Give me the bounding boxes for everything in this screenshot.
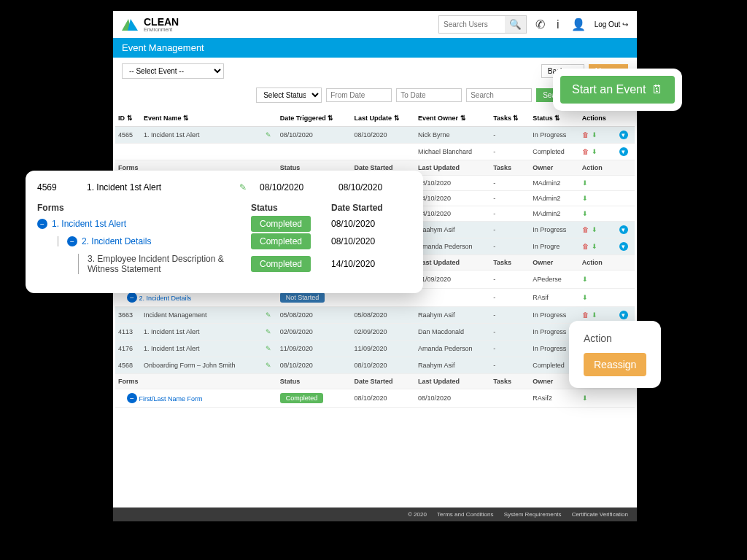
edit-icon[interactable]: ✎	[266, 131, 271, 139]
detail-form-row: − 2. Incident DetailsCompleted08/10/2020	[37, 236, 411, 246]
brand-sub: Environment	[144, 27, 179, 32]
download-icon[interactable]: ⬇	[592, 226, 597, 233]
info-icon[interactable]: i	[554, 18, 562, 31]
status-badge: Not Started	[280, 292, 325, 303]
logo-mark-icon	[122, 19, 141, 31]
table-row: Michael Blanchard-Completed🗑⬇▾	[115, 144, 635, 160]
col-tasks[interactable]: Tasks ⇅	[490, 110, 530, 127]
table-row: 4568Onboarding Form – John Smith✎08/10/2…	[115, 357, 635, 374]
collapse-icon[interactable]: −	[127, 292, 137, 303]
table-row: 41761. Incident 1st Alert✎11/09/202011/0…	[115, 341, 635, 357]
status-badge: Completed	[251, 233, 311, 249]
download-icon[interactable]: ⬇	[582, 394, 588, 402]
select-status[interactable]: Select Status	[256, 88, 322, 103]
delete-icon[interactable]: 🗑	[582, 311, 589, 319]
download-icon[interactable]: ⬇	[582, 210, 588, 217]
detail-form-date: 14/10/2020	[331, 259, 411, 269]
user-icon[interactable]: 👤	[568, 18, 589, 31]
start-event-button[interactable]: Start an Event🗓	[560, 76, 675, 104]
expand-icon[interactable]: ▾	[619, 147, 628, 156]
table-row: 3663Incident Management✎05/08/202005/08/…	[115, 307, 635, 324]
download-icon[interactable]: ⬇	[582, 294, 588, 301]
col-updated[interactable]: Last Update ⇅	[352, 110, 415, 127]
calendar-icon: 🗓	[651, 83, 663, 96]
start-event-popout: Start an Event🗓	[553, 69, 682, 111]
page-title: Event Management	[113, 38, 637, 58]
download-icon[interactable]: ⬇	[592, 243, 597, 250]
download-icon[interactable]: ⬇	[582, 195, 588, 202]
edit-icon[interactable]: ✎	[266, 311, 271, 319]
form-row: − First/Last Name FormCompleted08/10/202…	[115, 389, 635, 408]
col-owner[interactable]: Event Owner ⇅	[415, 110, 490, 127]
footer-terms[interactable]: Terms and Conditions	[437, 511, 493, 518]
detail-popout: 4569 1. Incident 1st Alert ✎ 08/10/2020 …	[26, 171, 423, 293]
user-search-input[interactable]	[439, 18, 505, 31]
status-badge: Completed	[251, 216, 311, 232]
table-row: 45651. Incident 1st Alert✎08/10/202008/1…	[115, 127, 635, 144]
table-header: ID ⇅ Event Name ⇅ Date Triggered ⇅ Last …	[115, 110, 635, 127]
detail-d2: 08/10/2020	[338, 182, 411, 192]
edit-icon[interactable]: ✎	[239, 182, 254, 192]
phone-icon[interactable]: ✆	[533, 18, 548, 31]
delete-icon[interactable]: 🗑	[582, 226, 589, 233]
delete-icon[interactable]: 🗑	[582, 131, 589, 139]
col-triggered[interactable]: Date Triggered ⇅	[277, 110, 352, 127]
col-name[interactable]: Event Name ⇅	[141, 110, 263, 127]
status-badge: Completed	[280, 393, 324, 403]
to-date-input[interactable]	[396, 88, 462, 102]
detail-form-date: 08/10/2020	[331, 236, 411, 246]
expand-icon[interactable]: ▾	[619, 311, 628, 319]
footer-cert[interactable]: Certificate Verification	[572, 511, 628, 518]
detail-form-row: − 1. Incident 1st AlertCompleted08/10/20…	[37, 219, 411, 229]
detail-h-forms: Forms	[37, 203, 251, 213]
edit-icon[interactable]: ✎	[266, 328, 271, 335]
detail-d1: 08/10/2020	[260, 182, 333, 192]
edit-icon[interactable]: ✎	[266, 345, 271, 352]
footer-sys[interactable]: System Requirements	[504, 511, 562, 518]
detail-h-status: Status	[251, 203, 331, 213]
select-event[interactable]: -- Select Event --	[122, 63, 224, 79]
filter-search-input[interactable]	[466, 88, 532, 102]
detail-name: 1. Incident 1st Alert	[87, 182, 233, 192]
col-status[interactable]: Status ⇅	[530, 110, 578, 127]
download-icon[interactable]: ⬇	[592, 311, 597, 319]
detail-form-row: 3. Employee Incident Description & Witne…	[37, 254, 411, 274]
col-actions: Actions	[579, 110, 616, 127]
detail-id: 4569	[37, 182, 81, 192]
edit-icon[interactable]: ✎	[266, 362, 271, 369]
reassign-button[interactable]: Reassign	[584, 353, 646, 376]
delete-icon[interactable]: 🗑	[582, 243, 589, 250]
user-search-button[interactable]: 🔍	[505, 16, 526, 33]
col-id[interactable]: ID ⇅	[115, 110, 141, 127]
expand-icon[interactable]: ▾	[619, 242, 628, 251]
brand-logo: CLEAN Environment	[122, 17, 433, 32]
from-date-input[interactable]	[326, 88, 392, 102]
status-badge: Completed	[251, 256, 311, 272]
download-icon[interactable]: ⬇	[592, 131, 597, 139]
collapse-icon[interactable]: −	[127, 393, 137, 403]
brand-name: CLEAN	[144, 17, 179, 27]
download-icon[interactable]: ⬇	[582, 179, 588, 187]
action-title: Action	[584, 332, 646, 344]
expand-icon[interactable]: ▾	[619, 131, 628, 139]
footer: © 2020 Terms and Conditions System Requi…	[113, 508, 637, 521]
download-icon[interactable]: ⬇	[582, 276, 588, 283]
logout-link[interactable]: Log Out ↪	[595, 20, 628, 28]
action-popout: Action Reassign	[569, 321, 661, 388]
download-icon[interactable]: ⬇	[592, 148, 597, 155]
footer-copyright: © 2020	[408, 511, 427, 518]
table-row: 41131. Incident 1st Alert✎02/09/202002/0…	[115, 324, 635, 341]
detail-form-date: 08/10/2020	[331, 219, 411, 229]
header: CLEAN Environment 🔍 ✆ i 👤 Log Out ↪	[113, 11, 637, 38]
user-search[interactable]: 🔍	[438, 15, 527, 34]
detail-h-started: Date Started	[331, 203, 411, 213]
sub-header: FormsStatusDate StartedLast UpdatedTasks…	[115, 374, 635, 389]
delete-icon[interactable]: 🗑	[582, 148, 589, 155]
collapse-icon[interactable]: −	[67, 236, 77, 246]
expand-icon[interactable]: ▾	[619, 225, 628, 234]
collapse-icon[interactable]: −	[37, 219, 47, 229]
